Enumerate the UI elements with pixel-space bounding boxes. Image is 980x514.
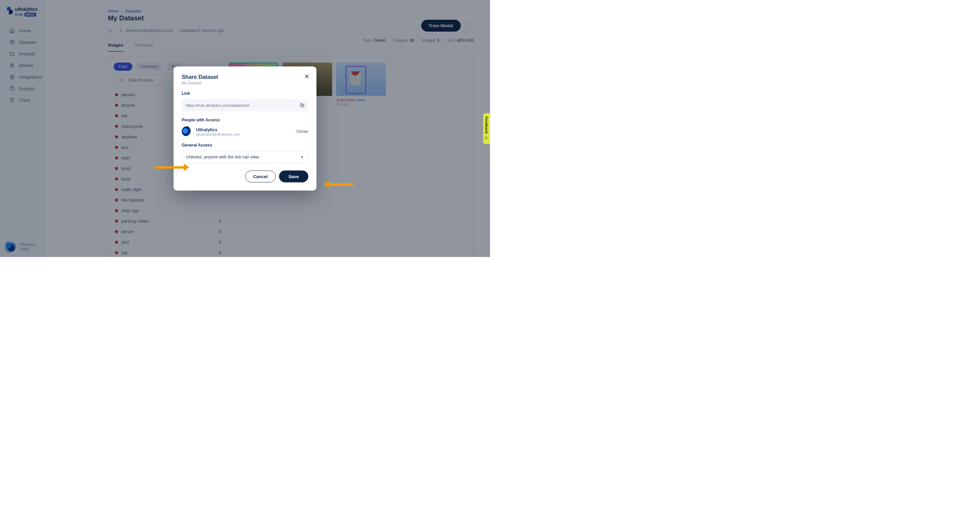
- smile-icon: ☺: [485, 136, 488, 140]
- avatar: [182, 127, 192, 136]
- general-access-label: General Access: [182, 143, 308, 148]
- general-access-select[interactable]: Unlisted, anyone with the link can view …: [182, 151, 308, 163]
- modal-title: Share Dataset: [182, 74, 308, 80]
- copy-icon[interactable]: [299, 103, 305, 108]
- feedback-tab[interactable]: Feedback ☺: [483, 113, 490, 144]
- access-label: People with Access: [182, 117, 308, 122]
- close-icon[interactable]: ✕: [303, 73, 310, 80]
- person-role: Owner: [296, 129, 308, 134]
- person-name: Ultralytics: [196, 127, 292, 132]
- share-link-field[interactable]: https://hub.ultralytics.com/datasets/X: [182, 99, 308, 111]
- chevron-down-icon: ▼: [300, 155, 304, 159]
- annotation-arrow-save: [324, 182, 354, 187]
- access-person: Ultralytics developer@ultralytics.com Ow…: [182, 127, 308, 136]
- modal-subtitle: My Dataset: [182, 81, 308, 85]
- feedback-label: Feedback: [485, 117, 488, 134]
- annotation-arrow-select: [154, 165, 189, 170]
- save-button[interactable]: Save: [279, 171, 308, 182]
- share-link-value: https://hub.ultralytics.com/datasets/X: [186, 103, 250, 108]
- share-dataset-modal: ✕ Share Dataset My Dataset Link https://…: [173, 67, 317, 191]
- cancel-button[interactable]: Cancel: [245, 171, 275, 182]
- general-access-value: Unlisted, anyone with the link can view: [186, 155, 259, 159]
- person-email: developer@ultralytics.com: [196, 132, 292, 136]
- link-label: Link: [182, 91, 308, 96]
